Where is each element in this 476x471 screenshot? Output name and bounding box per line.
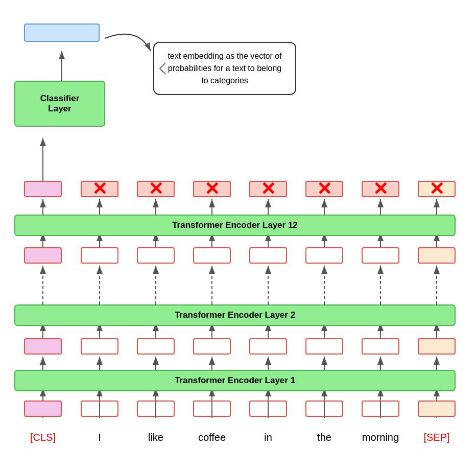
- enc12-i-box: [81, 181, 118, 197]
- enc2-morning-box: [362, 247, 399, 264]
- classifier-box: ClassifierLayer: [14, 81, 105, 127]
- enc2-coffee-box: [193, 247, 231, 264]
- token-cls-label: [CLS]: [24, 432, 62, 443]
- encoder-2: Transformer Encoder Layer 2: [14, 304, 456, 326]
- input-in-box: [249, 401, 287, 417]
- input-i-box: [81, 401, 118, 417]
- input-like-box: [137, 401, 175, 417]
- enc12-cls-box: [24, 181, 62, 197]
- encoder-1-label: Transformer Encoder Layer 1: [175, 375, 295, 386]
- output-box: [24, 23, 100, 42]
- token-in-label: in: [249, 432, 287, 443]
- token-morning-label: morning: [362, 432, 399, 443]
- tooltip-bubble: text embedding as the vector of probabil…: [153, 42, 296, 95]
- encoder-12-label: Transformer Encoder Layer 12: [172, 220, 298, 230]
- classifier-label: ClassifierLayer: [40, 93, 80, 114]
- enc1-the-box: [305, 338, 343, 355]
- tooltip-text: text embedding as the vector of probabil…: [168, 52, 281, 85]
- input-coffee-box: [193, 401, 231, 417]
- enc1-like-box: [137, 338, 175, 355]
- enc2-i-box: [81, 247, 118, 264]
- enc1-in-box: [249, 338, 287, 355]
- enc12-sep-box: [418, 181, 456, 197]
- enc12-like-box: [137, 181, 175, 197]
- enc1-cls-box: [24, 338, 62, 355]
- token-coffee-label: coffee: [193, 432, 231, 443]
- enc12-coffee-box: [193, 181, 231, 197]
- enc2-the-box: [305, 247, 343, 264]
- token-like-label: like: [137, 432, 175, 443]
- input-sep-box: [418, 401, 456, 417]
- token-the-label: the: [305, 432, 343, 443]
- enc12-the-box: [305, 181, 343, 197]
- enc2-like-box: [137, 247, 175, 264]
- token-i-label: I: [81, 432, 118, 443]
- encoder-1: Transformer Encoder Layer 1: [14, 370, 456, 391]
- diagram: text embedding as the vector of probabil…: [0, 0, 476, 471]
- enc1-sep-box: [418, 338, 456, 355]
- enc1-coffee-box: [193, 338, 231, 355]
- input-cls-box: [24, 401, 62, 417]
- enc1-morning-box: [362, 338, 399, 355]
- encoder-12: Transformer Encoder Layer 12: [14, 215, 456, 236]
- token-sep-label: [SEP]: [418, 432, 456, 443]
- encoder-2-label: Transformer Encoder Layer 2: [175, 310, 295, 320]
- enc2-in-box: [249, 247, 287, 264]
- enc1-i-box: [81, 338, 118, 355]
- enc2-cls-box: [24, 247, 62, 264]
- input-the-box: [305, 401, 343, 417]
- enc2-sep-box: [418, 247, 456, 264]
- input-morning-box: [362, 401, 399, 417]
- enc12-in-box: [249, 181, 287, 197]
- enc12-morning-box: [362, 181, 399, 197]
